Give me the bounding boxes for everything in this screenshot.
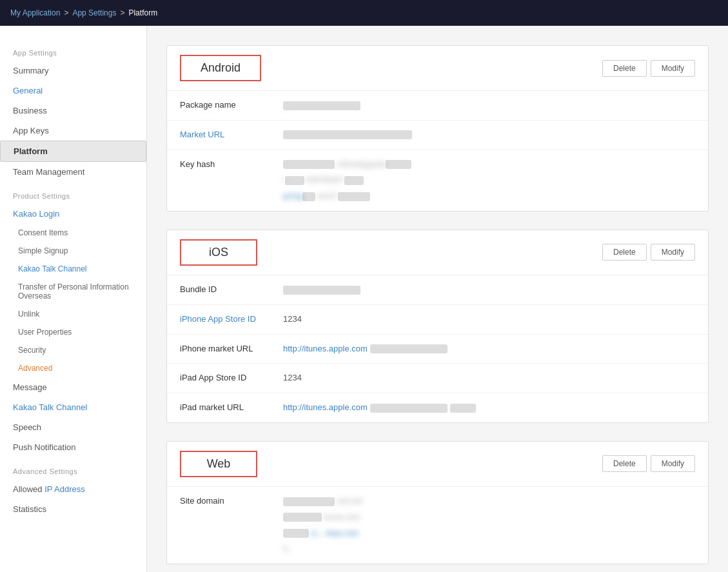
ios-ipad-market-url-value: http://itunes.apple.com <box>283 401 695 415</box>
sidebar-item-kakao-talk-channel-sub[interactable]: Kakao Talk Channel <box>0 260 146 278</box>
app-settings-label: App Settings <box>0 39 146 61</box>
sidebar-item-platform[interactable]: Platform <box>0 141 146 162</box>
sidebar-item-unlink[interactable]: Unlink <box>0 305 146 323</box>
sidebar-item-speech[interactable]: Speech <box>0 417 146 437</box>
web-site-domain-row: Site domain unit.net home.com s/... xkao… <box>167 487 708 564</box>
web-modify-button[interactable]: Modify <box>651 455 695 472</box>
ios-iphone-store-id-value: 1234 <box>283 313 695 326</box>
web-title: Web <box>180 451 257 477</box>
allowed-ip-text-link: IP Address <box>44 484 85 494</box>
ios-modify-button[interactable]: Modify <box>651 244 695 261</box>
android-package-name-label: Package name <box>180 99 283 110</box>
ios-delete-button[interactable]: Delete <box>602 244 647 261</box>
android-package-name-value <box>283 99 695 112</box>
web-header: Web Delete Modify <box>167 442 708 487</box>
page-layout: App Settings Summary General Business Ap… <box>0 26 728 572</box>
product-settings-label: Product Settings <box>0 182 146 204</box>
android-btn-group: Delete Modify <box>602 60 695 77</box>
sidebar-item-consent-items[interactable]: Consent Items <box>0 224 146 242</box>
sidebar-item-summary[interactable]: Summary <box>0 61 146 81</box>
android-package-name-row: Package name <box>167 91 708 121</box>
sidebar-item-kakao-talk-channel-main[interactable]: Kakao Talk Channel <box>0 397 146 417</box>
sidebar-item-advanced[interactable]: Advanced <box>0 359 146 377</box>
ios-bundle-id-label: Bundle ID <box>180 283 283 294</box>
android-key-hash-label: Key hash <box>180 158 283 169</box>
sidebar-item-team-management[interactable]: Team Management <box>0 162 146 182</box>
ios-iphone-store-id-label: iPhone App Store ID <box>180 313 283 324</box>
android-market-url-value <box>283 128 695 142</box>
ios-iphone-market-url-row: iPhone market URL http://itunes.apple.co… <box>167 335 708 364</box>
breadcrumb: My Application > App Settings > Platform <box>10 8 157 17</box>
web-card: Web Delete Modify Site domain unit.net h… <box>166 441 709 564</box>
android-card: Android Delete Modify Package name Marke… <box>166 45 709 212</box>
ios-ipad-market-url-row: iPad market URL http://itunes.apple.com <box>167 393 708 422</box>
android-key-hash-value: nShvetQpanbl i KWYBrWY pcrng wmo7 <box>283 158 695 203</box>
android-market-url-row: Market URL <box>167 121 708 150</box>
android-key-hash-row: Key hash nShvetQpanbl i KWYBrWY pcrng wm… <box>167 150 708 211</box>
sidebar: App Settings Summary General Business Ap… <box>0 26 147 572</box>
sidebar-item-general[interactable]: General <box>0 81 146 101</box>
breadcrumb-sep2: > <box>120 8 124 17</box>
ios-iphone-market-url-label: iPhone market URL <box>180 342 283 353</box>
sidebar-item-security[interactable]: Security <box>0 341 146 359</box>
sidebar-item-push-notification[interactable]: Push Notification <box>0 437 146 457</box>
web-site-domain-value: unit.net home.com s/... xkao.com h... <box>283 495 695 556</box>
android-title: Android <box>180 55 261 81</box>
sidebar-item-message[interactable]: Message <box>0 377 146 397</box>
web-delete-button[interactable]: Delete <box>602 455 647 472</box>
ios-ipad-store-id-value: 1234 <box>283 371 695 385</box>
ios-ipad-store-id-row: iPad App Store ID 1234 <box>167 364 708 393</box>
breadcrumb-settings[interactable]: App Settings <box>72 8 116 17</box>
topbar: My Application > App Settings > Platform <box>0 0 728 26</box>
breadcrumb-current: Platform <box>128 8 157 17</box>
ios-header: iOS Delete Modify <box>167 230 708 275</box>
sidebar-item-simple-signup[interactable]: Simple Signup <box>0 242 146 260</box>
sidebar-item-allowed-ip[interactable]: Allowed IP Address <box>0 479 146 499</box>
ios-title: iOS <box>180 239 257 266</box>
android-market-url-label: Market URL <box>180 128 283 139</box>
breadcrumb-sep1: > <box>64 8 68 17</box>
sidebar-item-kakao-login[interactable]: Kakao Login <box>0 204 146 224</box>
allowed-ip-text-before: Allowed <box>13 484 44 494</box>
ios-iphone-store-id-row: iPhone App Store ID 1234 <box>167 305 708 335</box>
main-content: Android Delete Modify Package name Marke… <box>147 26 728 572</box>
android-header: Android Delete Modify <box>167 46 708 91</box>
sidebar-item-user-properties[interactable]: User Properties <box>0 323 146 341</box>
advanced-settings-label: Advanced Settings <box>0 457 146 479</box>
ios-bundle-id-value <box>283 283 695 297</box>
sidebar-item-statistics[interactable]: Statistics <box>0 499 146 519</box>
ios-btn-group: Delete Modify <box>602 244 695 261</box>
ios-ipad-store-id-label: iPad App Store ID <box>180 371 283 382</box>
sidebar-item-business[interactable]: Business <box>0 101 146 121</box>
sidebar-item-app-keys[interactable]: App Keys <box>0 121 146 141</box>
android-delete-button[interactable]: Delete <box>602 60 647 77</box>
ios-card: iOS Delete Modify Bundle ID iPhone App S… <box>166 230 709 423</box>
ios-bundle-id-row: Bundle ID <box>167 275 708 305</box>
breadcrumb-app[interactable]: My Application <box>10 8 60 17</box>
ios-ipad-market-url-label: iPad market URL <box>180 401 283 412</box>
web-btn-group: Delete Modify <box>602 455 695 472</box>
ios-iphone-market-url-value: http://itunes.apple.com <box>283 342 695 356</box>
sidebar-item-transfer-personal[interactable]: Transfer of Personal Information Oversea… <box>0 278 146 305</box>
web-site-domain-label: Site domain <box>180 495 283 506</box>
android-modify-button[interactable]: Modify <box>651 60 695 77</box>
